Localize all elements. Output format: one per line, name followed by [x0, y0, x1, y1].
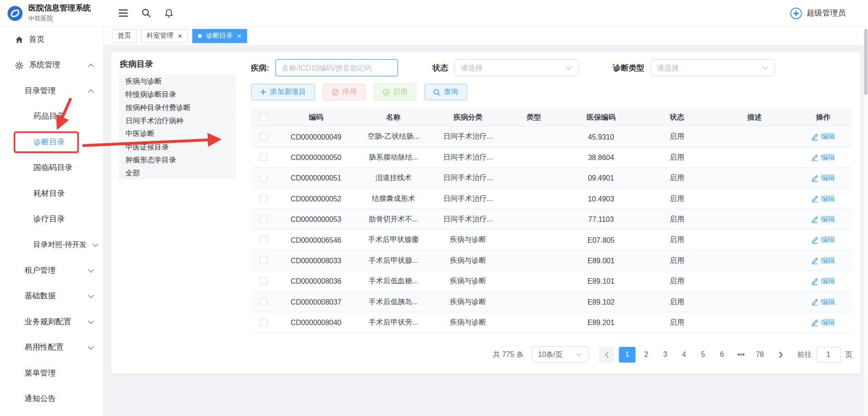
sidebar-item-usability-config[interactable]: 易用性配置	[0, 335, 103, 360]
catalog-item[interactable]: 疾病与诊断	[119, 75, 236, 88]
sidebar-item-tenant-mgmt[interactable]: 租户管理	[0, 258, 103, 283]
diagnosis-type-select[interactable]: 请选择	[650, 59, 775, 76]
page-size-select[interactable]: 10条/页	[531, 346, 589, 363]
row-code-cell: CD0000000049	[276, 132, 355, 140]
row-checkbox[interactable]	[260, 256, 268, 264]
tab-department-mgmt[interactable]: 科室管理 ×	[141, 29, 188, 43]
row-status-cell: 启用	[639, 214, 715, 224]
sidebar-item-menu-mgmt[interactable]: 菜单管理	[0, 361, 103, 386]
catalog-item[interactable]: 中医诊断	[119, 127, 236, 140]
row-insurance-cell: 09.4901	[563, 174, 639, 182]
row-code-cell: CD0000000050	[276, 153, 355, 161]
circle-check-icon	[383, 88, 390, 95]
page-number-button[interactable]: 5	[695, 346, 712, 362]
table-row: CD0000000051 泪道挂线术 日间手术治疗... 09.4901 启用	[251, 168, 853, 188]
row-status-cell: 启用	[639, 235, 715, 245]
header-actions: 操作	[794, 112, 853, 122]
search-icon[interactable]	[142, 8, 151, 18]
edit-link[interactable]: 编辑	[811, 256, 835, 266]
row-category-cell: 疾病与诊断	[431, 276, 504, 286]
row-insurance-cell: E89.101	[563, 277, 639, 285]
select-all-checkbox[interactable]	[260, 113, 268, 120]
page-number-button[interactable]: 4	[676, 346, 693, 362]
row-code-cell: CD0000008040	[276, 318, 355, 326]
edit-link[interactable]: 编辑	[811, 214, 835, 224]
page-number-button[interactable]: 1	[619, 346, 636, 362]
row-status-cell: 启用	[639, 194, 715, 204]
row-checkbox[interactable]	[260, 153, 268, 161]
sidebar-item-drug-catalog[interactable]: 药品目录	[0, 104, 103, 129]
catalog-item[interactable]: 肿瘤形态学目录	[119, 153, 236, 166]
page-number-button[interactable]: 3	[657, 346, 673, 362]
chevron-down-icon	[88, 320, 95, 324]
edit-link[interactable]: 编辑	[811, 173, 835, 183]
app-logo-icon	[7, 5, 24, 21]
edit-link[interactable]: 编辑	[811, 152, 835, 162]
catalog-item[interactable]: 日间手术治疗病种	[119, 114, 236, 127]
close-icon[interactable]: ×	[237, 32, 242, 40]
page-number-button[interactable]: 2	[638, 346, 654, 362]
row-name-cell: 手术后甲状腺瘘	[355, 235, 431, 245]
app-title: 医院信息管理系统	[29, 3, 91, 13]
row-checkbox[interactable]	[260, 133, 268, 140]
sidebar-item-diagnosis-catalog[interactable]: 诊断目录	[0, 130, 103, 155]
sidebar-item-consumable-catalog[interactable]: 耗材目录	[0, 180, 103, 206]
row-code-cell: CD0000000053	[276, 215, 355, 223]
sidebar-item-system-mgmt[interactable]: 系统管理	[0, 52, 103, 78]
scrollbar-thumb[interactable]	[864, 29, 868, 95]
edit-icon	[811, 174, 818, 181]
sidebar-item-treatment-catalog[interactable]: 诊疗目录	[0, 206, 103, 232]
edit-link[interactable]: 编辑	[811, 235, 835, 245]
catalog-item[interactable]: 特慢病诊断目录	[119, 88, 236, 101]
bell-icon[interactable]	[165, 8, 174, 18]
edit-link[interactable]: 编辑	[811, 297, 835, 307]
prev-page-button[interactable]	[599, 346, 614, 362]
goto-label: 前往	[797, 350, 812, 360]
row-checkbox[interactable]	[260, 236, 268, 244]
scrollbar[interactable]	[863, 28, 868, 416]
edit-link[interactable]: 编辑	[811, 132, 835, 142]
disable-button[interactable]: 停用	[323, 84, 365, 100]
add-item-button[interactable]: 添加新项目	[251, 84, 315, 100]
page-number-button[interactable]: 78	[752, 346, 768, 362]
tab-home[interactable]: 首页	[112, 29, 137, 43]
edit-link[interactable]: 编辑	[811, 194, 835, 204]
user-menu[interactable]: 超级管理员	[790, 7, 846, 19]
sidebar-item-home[interactable]: 首页	[0, 27, 103, 52]
sidebar-item-business-rules[interactable]: 业务规则配置	[0, 309, 103, 335]
edit-link[interactable]: 编辑	[811, 276, 835, 286]
goto-page-input[interactable]	[816, 346, 841, 362]
row-checkbox[interactable]	[260, 174, 268, 182]
sidebar-item-catalog-compare[interactable]: 目录对照-待开发	[0, 232, 103, 257]
sidebar-item-base-data[interactable]: 基础数据	[0, 283, 103, 309]
catalog-item[interactable]: 全部	[119, 166, 236, 180]
row-name-cell: 手术后甲状腺...	[355, 256, 431, 266]
page-number-button[interactable]: •••	[733, 346, 749, 362]
row-checkbox[interactable]	[260, 195, 268, 202]
row-checkbox[interactable]	[260, 216, 268, 223]
main-area: 首页 科室管理 × 诊断目录 × 疾病目录	[104, 27, 868, 416]
catalog-item[interactable]: 按病种目录付费诊断	[119, 101, 236, 114]
query-button[interactable]: 查询	[424, 84, 467, 100]
home-icon	[15, 35, 23, 44]
row-checkbox[interactable]	[260, 277, 268, 285]
row-checkbox[interactable]	[260, 298, 268, 306]
page-number-button[interactable]: 6	[713, 346, 730, 362]
collapse-menu-icon[interactable]	[118, 9, 128, 17]
tab-diagnosis-catalog[interactable]: 诊断目录 ×	[192, 29, 247, 43]
sidebar-item-national-code-catalog[interactable]: 国临码目录	[0, 155, 103, 180]
row-code-cell: CD0000008036	[276, 277, 355, 285]
next-page-button[interactable]	[773, 346, 788, 362]
chevron-down-icon	[576, 353, 582, 356]
disease-search-input[interactable]	[275, 59, 398, 76]
catalog-item[interactable]: 中医证候目录	[119, 140, 236, 154]
row-checkbox[interactable]	[260, 319, 268, 326]
status-select[interactable]: 请选择	[454, 59, 579, 76]
sidebar-item-catalog-mgmt[interactable]: 目录管理	[0, 78, 103, 104]
enable-button[interactable]: 启用	[374, 84, 416, 100]
edit-link[interactable]: 编辑	[811, 317, 835, 327]
row-category-cell: 疾病与诊断	[431, 256, 504, 266]
close-icon[interactable]: ×	[178, 32, 182, 40]
sidebar-item-notice[interactable]: 通知公告	[0, 386, 103, 411]
row-category-cell: 疾病与诊断	[431, 317, 504, 327]
